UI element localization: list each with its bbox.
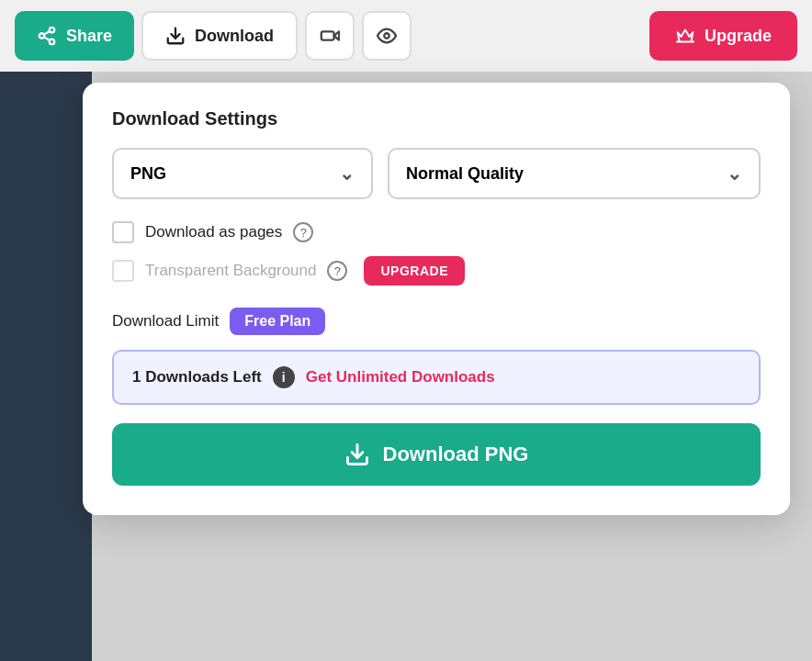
toolbar: Share Download Upgrade (0, 0, 812, 72)
crown-icon (675, 26, 695, 46)
unlimited-downloads-link[interactable]: Get Unlimited Downloads (306, 368, 495, 387)
download-settings-modal: Download Settings PNG ⌄ Normal Quality ⌄… (83, 83, 790, 515)
quality-chevron-icon: ⌄ (727, 162, 742, 185)
select-row: PNG ⌄ Normal Quality ⌄ (112, 148, 761, 199)
svg-line-4 (44, 31, 50, 35)
transparent-bg-checkbox[interactable] (112, 260, 134, 282)
download-top-button[interactable]: Download (141, 11, 298, 61)
svg-rect-6 (321, 31, 334, 39)
share-button[interactable]: Share (15, 11, 134, 61)
modal-title: Download Settings (112, 108, 761, 129)
upgrade-button[interactable]: Upgrade (649, 11, 797, 61)
video-button[interactable] (305, 11, 355, 61)
download-as-pages-row: Download as pages ? (112, 221, 761, 243)
svg-line-3 (44, 37, 50, 40)
upgrade-label: Upgrade (705, 27, 772, 46)
downloads-left-box: 1 Downloads Left i Get Unlimited Downloa… (112, 350, 761, 405)
download-as-pages-help-icon[interactable]: ? (293, 222, 313, 242)
downloads-left-text: 1 Downloads Left (132, 368, 262, 387)
transparent-bg-help-icon[interactable]: ? (327, 261, 347, 281)
transparent-bg-row: Transparent Background ? UPGRADE (112, 256, 761, 286)
limit-row: Download Limit Free Plan (112, 308, 761, 335)
format-value: PNG (130, 164, 166, 184)
video-icon (320, 26, 340, 46)
format-select[interactable]: PNG ⌄ (112, 148, 373, 199)
download-main-button[interactable]: Download PNG (112, 423, 761, 486)
options-section: Download as pages ? Transparent Backgrou… (112, 221, 761, 286)
svg-point-8 (384, 33, 389, 39)
format-chevron-icon: ⌄ (339, 162, 355, 185)
download-as-pages-label: Download as pages (145, 223, 282, 241)
transparent-bg-label: Transparent Background (145, 262, 316, 280)
left-panel (0, 72, 92, 661)
upgrade-small-button[interactable]: UPGRADE (364, 256, 465, 286)
quality-value: Normal Quality (406, 164, 524, 184)
quality-select[interactable]: Normal Quality ⌄ (388, 148, 761, 199)
download-top-label: Download (195, 27, 274, 46)
download-top-icon (165, 26, 186, 46)
info-icon[interactable]: i (273, 366, 295, 388)
free-plan-badge: Free Plan (230, 308, 325, 335)
share-icon (37, 26, 57, 46)
download-main-icon (344, 442, 370, 467)
download-as-pages-checkbox[interactable] (112, 221, 134, 243)
preview-button[interactable] (362, 11, 412, 61)
eye-icon (377, 26, 397, 46)
download-main-label: Download PNG (383, 443, 529, 466)
share-label: Share (66, 27, 112, 46)
limit-label: Download Limit (112, 312, 219, 330)
